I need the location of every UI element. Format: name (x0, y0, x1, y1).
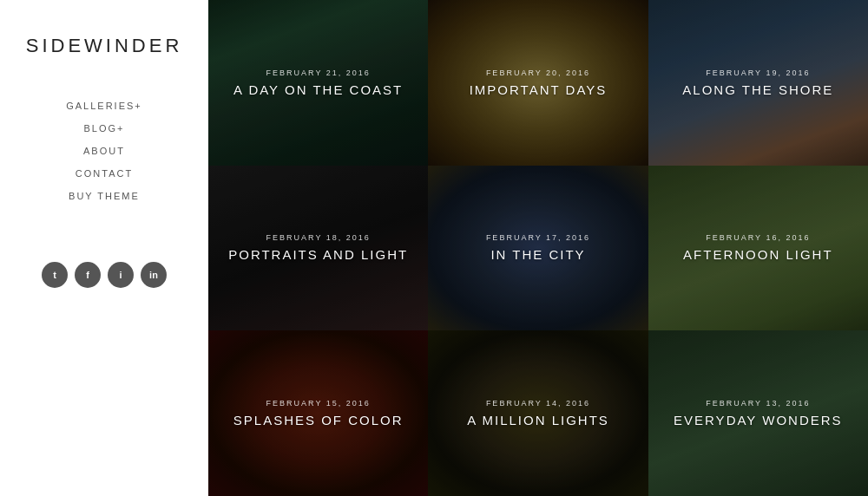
grid-content: FEBRUARY 18, 2016 PORTRAITS AND LIGHT (208, 166, 428, 331)
grid-item-2[interactable]: FEBRUARY 20, 2016 IMPORTANT DAYS (428, 0, 648, 166)
grid-title: ALONG THE SHORE (682, 82, 833, 97)
grid-item-3[interactable]: FEBRUARY 19, 2016 ALONG THE SHORE (648, 0, 868, 166)
social-icon-instagram[interactable]: i (108, 262, 134, 288)
grid-title: AFTERNOON LIGHT (683, 247, 833, 262)
nav-item-contact[interactable]: CONTACT (76, 168, 133, 179)
grid-date: FEBRUARY 17, 2016 (486, 233, 590, 242)
navigation: GALLERIES+BLOG+ABOUTCONTACTBUY THEME (66, 101, 142, 201)
grid-item-5[interactable]: FEBRUARY 17, 2016 IN THE CITY (428, 166, 648, 331)
grid-content: FEBRUARY 19, 2016 ALONG THE SHORE (648, 0, 868, 166)
grid-date: FEBRUARY 18, 2016 (266, 233, 371, 242)
social-icon-twitter[interactable]: t (42, 262, 68, 288)
nav-item-about[interactable]: ABOUT (83, 146, 125, 156)
grid-item-4[interactable]: FEBRUARY 18, 2016 PORTRAITS AND LIGHT (208, 166, 428, 331)
grid-content: FEBRUARY 21, 2016 A DAY ON THE COAST (208, 0, 428, 166)
grid-item-6[interactable]: FEBRUARY 16, 2016 AFTERNOON LIGHT (648, 166, 868, 331)
grid-content: FEBRUARY 17, 2016 IN THE CITY (428, 166, 648, 331)
grid-title: IMPORTANT DAYS (470, 82, 608, 97)
grid-title: A MILLION LIGHTS (467, 413, 609, 427)
nav-item-galleries[interactable]: GALLERIES+ (66, 101, 142, 111)
social-icon-facebook[interactable]: f (75, 262, 101, 288)
grid-date: FEBRUARY 19, 2016 (706, 69, 810, 77)
grid-title: SPLASHES OF COLOR (233, 413, 404, 427)
grid-date: FEBRUARY 14, 2016 (486, 399, 590, 408)
grid-item-8[interactable]: FEBRUARY 14, 2016 A MILLION LIGHTS (428, 330, 648, 496)
grid-content: FEBRUARY 20, 2016 IMPORTANT DAYS (428, 0, 648, 166)
grid-date: FEBRUARY 21, 2016 (266, 69, 371, 77)
sidebar: SIDEWINDER GALLERIES+BLOG+ABOUTCONTACTBU… (0, 0, 208, 496)
grid-item-7[interactable]: FEBRUARY 15, 2016 SPLASHES OF COLOR (208, 330, 428, 496)
grid-content: FEBRUARY 13, 2016 EVERYDAY WONDERS (648, 330, 868, 496)
grid-item-1[interactable]: FEBRUARY 21, 2016 A DAY ON THE COAST (208, 0, 428, 166)
photo-grid: FEBRUARY 21, 2016 A DAY ON THE COAST FEB… (208, 0, 868, 496)
grid-content: FEBRUARY 15, 2016 SPLASHES OF COLOR (208, 330, 428, 496)
social-icons: tfiin (42, 262, 167, 288)
nav-item-buy-theme[interactable]: BUY THEME (69, 191, 140, 201)
nav-item-blog[interactable]: BLOG+ (83, 123, 124, 134)
grid-date: FEBRUARY 20, 2016 (486, 69, 590, 77)
grid-content: FEBRUARY 14, 2016 A MILLION LIGHTS (428, 330, 648, 496)
grid-date: FEBRUARY 15, 2016 (266, 399, 371, 408)
grid-date: FEBRUARY 16, 2016 (706, 233, 810, 242)
site-title: SIDEWINDER (26, 35, 183, 57)
grid-title: EVERYDAY WONDERS (674, 413, 843, 427)
grid-title: IN THE CITY (490, 247, 585, 262)
grid-item-9[interactable]: FEBRUARY 13, 2016 EVERYDAY WONDERS (648, 330, 868, 496)
grid-date: FEBRUARY 13, 2016 (706, 399, 810, 408)
grid-title: A DAY ON THE COAST (233, 82, 403, 97)
grid-content: FEBRUARY 16, 2016 AFTERNOON LIGHT (648, 166, 868, 331)
social-icon-linkedin[interactable]: in (141, 262, 167, 288)
grid-title: PORTRAITS AND LIGHT (228, 247, 408, 262)
